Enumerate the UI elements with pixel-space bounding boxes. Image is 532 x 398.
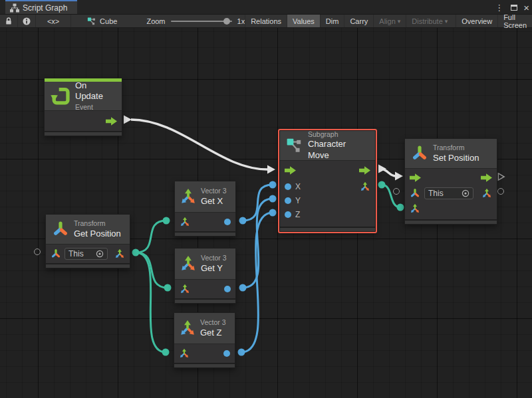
flow-input-port[interactable] bbox=[410, 173, 421, 182]
target-value: This bbox=[428, 189, 459, 198]
node-set-position[interactable]: Transform Set Position This bbox=[404, 138, 497, 225]
full-screen-label: Full Screen bbox=[503, 13, 527, 29]
vector3-input-icon[interactable] bbox=[180, 284, 190, 294]
node-get-x[interactable]: Vector 3 Get X bbox=[174, 181, 236, 237]
vector3-input-icon[interactable] bbox=[410, 203, 420, 214]
target-field[interactable]: This bbox=[424, 187, 473, 199]
node-footer bbox=[175, 231, 235, 236]
flow-input-port[interactable] bbox=[285, 166, 296, 175]
chevron-down-icon: ▾ bbox=[398, 18, 401, 25]
input-port-y[interactable] bbox=[285, 197, 291, 204]
value-wires-getxyz-to-charactermove bbox=[241, 185, 273, 352]
node-title: Get X bbox=[201, 196, 227, 207]
vector3-input-icon[interactable] bbox=[179, 348, 190, 359]
object-picker-icon[interactable] bbox=[462, 189, 469, 197]
distribute-button[interactable]: Distribute ▾ bbox=[406, 15, 453, 27]
tab-script-graph[interactable]: Script Graph bbox=[5, 0, 77, 14]
float-output-port[interactable] bbox=[223, 350, 230, 357]
transform-icon bbox=[411, 145, 428, 162]
subgraph-icon bbox=[286, 137, 303, 154]
node-footer bbox=[280, 227, 375, 231]
input-label-x: X bbox=[295, 182, 301, 191]
node-footer bbox=[405, 219, 497, 224]
relations-button[interactable]: Relations bbox=[245, 15, 287, 27]
script-graph-icon bbox=[10, 3, 19, 13]
carry-label: Carry bbox=[350, 17, 368, 25]
full-screen-button[interactable]: Full Screen bbox=[497, 15, 532, 27]
transform-input-icon[interactable] bbox=[51, 249, 61, 259]
overview-label: Overview bbox=[462, 17, 492, 25]
tab-title: Script Graph bbox=[23, 3, 67, 13]
distribute-label: Distribute bbox=[412, 17, 442, 25]
node-character-move[interactable]: Subgraph Character Move X bbox=[279, 130, 376, 232]
setposition-flow-out-port[interactable] bbox=[497, 172, 505, 181]
zoom-slider[interactable] bbox=[171, 21, 232, 22]
vector3-icon bbox=[180, 188, 197, 205]
vector3-input-icon[interactable] bbox=[180, 217, 190, 227]
setposition-target-port[interactable] bbox=[393, 188, 400, 195]
graph-owner[interactable]: Cube bbox=[80, 15, 124, 27]
node-footer bbox=[174, 363, 235, 367]
target-value: This bbox=[68, 249, 93, 258]
close-icon[interactable]: × bbox=[523, 3, 529, 13]
code-preview-button[interactable]: <x> bbox=[36, 15, 71, 27]
vector3-output-icon[interactable] bbox=[114, 249, 125, 259]
node-get-z[interactable]: Vector 3 Get Z bbox=[174, 312, 235, 368]
transform-input-icon[interactable] bbox=[410, 188, 420, 199]
transform-icon bbox=[52, 221, 69, 238]
node-header: On Update Event bbox=[45, 82, 122, 110]
chevron-down-icon: ▾ bbox=[445, 18, 448, 25]
carry-button[interactable]: Carry bbox=[344, 15, 373, 27]
window-menu-icon[interactable]: ⋮ bbox=[493, 3, 505, 12]
values-button[interactable]: Values bbox=[287, 15, 320, 27]
tab-bar: Script Graph ⋮ × bbox=[0, 0, 532, 15]
script-graph-window: Script Graph ⋮ × <x> Cube Zoom 1x bbox=[0, 0, 532, 398]
maximize-icon[interactable] bbox=[511, 5, 517, 11]
overview-button[interactable]: Overview bbox=[456, 15, 497, 27]
info-icon bbox=[23, 17, 31, 25]
graph-owner-label: Cube bbox=[100, 17, 117, 25]
node-title: Set Position bbox=[433, 153, 479, 164]
target-field[interactable]: This bbox=[65, 248, 108, 260]
lock-button[interactable] bbox=[0, 15, 18, 27]
align-button[interactable]: Align ▾ bbox=[373, 15, 406, 27]
flow-output-port[interactable] bbox=[359, 166, 370, 175]
values-label: Values bbox=[293, 17, 315, 25]
node-on-update[interactable]: On Update Event bbox=[44, 78, 122, 136]
node-footer bbox=[45, 131, 122, 136]
node-get-position[interactable]: Transform Get Position This bbox=[45, 214, 130, 268]
node-title: Get Z bbox=[200, 328, 226, 339]
input-label-y: Y bbox=[295, 196, 301, 205]
flow-output-port[interactable] bbox=[106, 117, 117, 126]
dim-label: Dim bbox=[326, 17, 339, 25]
input-port-x[interactable] bbox=[285, 183, 291, 190]
getposition-target-port[interactable] bbox=[34, 249, 41, 255]
zoom-value: 1x bbox=[237, 17, 245, 25]
graph-toolbar: <x> Cube Zoom 1x Relations Values Dim Ca… bbox=[0, 15, 532, 28]
float-output-port[interactable] bbox=[224, 219, 231, 225]
node-title: Get Position bbox=[74, 229, 121, 240]
value-wires-getposition bbox=[136, 221, 168, 352]
align-label: Align bbox=[379, 17, 395, 25]
node-title: Get Y bbox=[201, 263, 227, 274]
vector3-output-icon[interactable] bbox=[360, 181, 370, 192]
zoom-slider-handle[interactable] bbox=[223, 18, 230, 25]
setposition-value-out-port[interactable] bbox=[497, 188, 504, 195]
dim-button[interactable]: Dim bbox=[320, 15, 344, 27]
inspect-button[interactable] bbox=[18, 15, 36, 27]
flow-output-port[interactable] bbox=[481, 173, 492, 182]
node-get-y[interactable]: Vector 3 Get Y bbox=[174, 248, 236, 304]
node-title: On Update bbox=[75, 80, 116, 103]
node-category: Transform bbox=[74, 219, 121, 228]
vector3-icon bbox=[179, 320, 196, 337]
vector3-output-icon[interactable] bbox=[481, 188, 492, 199]
event-loop-icon bbox=[51, 86, 70, 106]
graph-canvas[interactable]: On Update Event Subgraph Character Move bbox=[0, 28, 532, 398]
float-output-port[interactable] bbox=[224, 286, 231, 292]
node-category: Vector 3 bbox=[200, 318, 226, 327]
input-port-z[interactable] bbox=[285, 211, 291, 218]
node-category: Transform bbox=[433, 143, 479, 152]
flow-wire-charactermove-to-setposition bbox=[378, 165, 403, 181]
object-picker-icon[interactable] bbox=[96, 250, 104, 258]
lock-icon bbox=[5, 17, 13, 25]
